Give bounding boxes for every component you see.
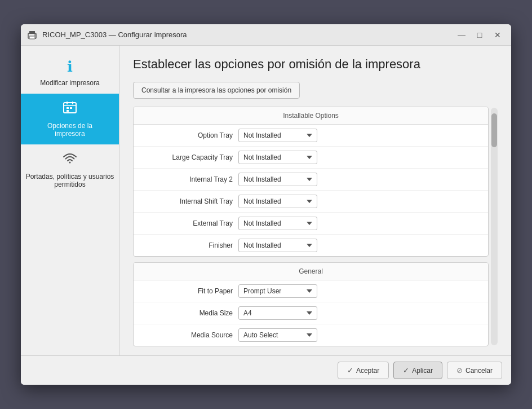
fit-to-paper-label: Fit to Paper bbox=[143, 287, 233, 295]
consult-button[interactable]: Consultar a la impresora las opciones po… bbox=[133, 82, 300, 99]
media-source-select[interactable]: Auto Select Tray 1 Tray 2 Manual bbox=[238, 328, 317, 342]
media-size-label: Media Size bbox=[143, 309, 233, 317]
apply-label: Aplicar bbox=[412, 367, 433, 375]
large-capacity-tray-select[interactable]: Not Installed Installed bbox=[238, 151, 317, 164]
installable-options-title: Installable Options bbox=[134, 107, 488, 125]
minimize-button[interactable]: — bbox=[454, 28, 469, 42]
svg-point-3 bbox=[34, 34, 36, 36]
apply-check-icon: ✓ bbox=[403, 366, 409, 375]
finisher-select[interactable]: Not Installed Installed bbox=[238, 239, 317, 252]
field-row-external-tray: External Tray Not Installed Installed bbox=[134, 213, 488, 235]
finisher-label: Finisher bbox=[143, 241, 233, 249]
svg-rect-9 bbox=[70, 107, 72, 109]
info-icon: ℹ bbox=[67, 58, 73, 76]
installable-options-section: Installable Options Option Tray Not Inst… bbox=[133, 107, 489, 257]
svg-rect-8 bbox=[66, 107, 69, 109]
printer-icon bbox=[26, 29, 38, 41]
maximize-button[interactable]: □ bbox=[472, 28, 487, 42]
field-row-finisher: Finisher Not Installed Installed bbox=[134, 235, 488, 256]
cancel-icon: ⊘ bbox=[456, 366, 463, 375]
content-area: ℹ Modificar impresora Opciones d bbox=[21, 46, 511, 355]
titlebar-controls: — □ ✕ bbox=[454, 28, 506, 42]
external-tray-select[interactable]: Not Installed Installed bbox=[238, 217, 317, 230]
general-section: General Fit to Paper Prompt User Yes No bbox=[133, 262, 489, 346]
internal-tray-2-select[interactable]: Not Installed Installed bbox=[238, 173, 317, 186]
sidebar: ℹ Modificar impresora Opciones d bbox=[21, 46, 119, 355]
cancel-button[interactable]: ⊘ Cancelar bbox=[447, 362, 502, 379]
titlebar-title: RICOH_MP_C3003 — Configurar impresora bbox=[42, 30, 187, 39]
wifi-icon bbox=[63, 151, 77, 169]
titlebar-left: RICOH_MP_C3003 — Configurar impresora bbox=[26, 29, 187, 41]
external-tray-label: External Tray bbox=[143, 219, 233, 227]
svg-rect-1 bbox=[29, 31, 35, 34]
internal-shift-tray-select[interactable]: Not Installed Installed bbox=[238, 195, 317, 208]
scrollbar-track[interactable] bbox=[491, 108, 498, 345]
accept-check-icon: ✓ bbox=[347, 366, 353, 375]
page-title: Establecer las opciones por omisión de l… bbox=[133, 57, 498, 72]
svg-rect-2 bbox=[29, 36, 35, 39]
internal-tray-2-label: Internal Tray 2 bbox=[143, 175, 233, 183]
field-row-media-size: Media Size A4 A3 Letter Legal bbox=[134, 302, 488, 324]
field-row-option-tray: Option Tray Not Installed Installed bbox=[134, 125, 488, 147]
fit-to-paper-select[interactable]: Prompt User Yes No bbox=[238, 284, 317, 298]
general-title: General bbox=[134, 263, 488, 280]
option-tray-select[interactable]: Not Installed Installed bbox=[238, 129, 317, 142]
field-row-large-capacity-tray: Large Capacity Tray Not Installed Instal… bbox=[134, 147, 488, 169]
sidebar-item-modificar[interactable]: ℹ Modificar impresora bbox=[21, 51, 119, 94]
scrollbar-thumb[interactable] bbox=[491, 113, 497, 147]
field-row-fit-to-paper: Fit to Paper Prompt User Yes No bbox=[134, 280, 488, 302]
large-capacity-tray-label: Large Capacity Tray bbox=[143, 153, 233, 161]
titlebar: RICOH_MP_C3003 — Configurar impresora — … bbox=[21, 24, 511, 46]
media-size-select[interactable]: A4 A3 Letter Legal bbox=[238, 306, 317, 320]
svg-rect-10 bbox=[66, 110, 69, 112]
accept-button[interactable]: ✓ Aceptar bbox=[338, 362, 389, 379]
field-row-media-source: Media Source Auto Select Tray 1 Tray 2 M… bbox=[134, 324, 488, 346]
accept-label: Aceptar bbox=[356, 367, 379, 375]
cancel-label: Cancelar bbox=[466, 367, 493, 375]
main-panel: Establecer las opciones por omisión de l… bbox=[119, 46, 511, 355]
footer: ✓ Aceptar ✓ Aplicar ⊘ Cancelar bbox=[21, 355, 511, 385]
option-tray-label: Option Tray bbox=[143, 131, 233, 139]
field-row-internal-shift-tray: Internal Shift Tray Not Installed Instal… bbox=[134, 191, 488, 213]
sidebar-label-modificar: Modificar impresora bbox=[40, 79, 99, 87]
internal-shift-tray-label: Internal Shift Tray bbox=[143, 197, 233, 205]
sidebar-item-portadas[interactable]: Portadas, políticas y usuarios permitido… bbox=[21, 144, 119, 195]
media-source-label: Media Source bbox=[143, 331, 233, 339]
apply-button[interactable]: ✓ Aplicar bbox=[393, 362, 442, 379]
calendar-icon bbox=[63, 100, 77, 118]
sections-container: Installable Options Option Tray Not Inst… bbox=[133, 107, 491, 346]
sidebar-label-portadas: Portadas, políticas y usuarios permitido… bbox=[25, 173, 114, 188]
close-button[interactable]: ✕ bbox=[490, 28, 506, 42]
sidebar-item-opciones[interactable]: Opciones de laimpresora bbox=[21, 94, 119, 144]
sidebar-label-opciones: Opciones de laimpresora bbox=[47, 122, 92, 138]
main-window: RICOH_MP_C3003 — Configurar impresora — … bbox=[21, 24, 511, 385]
field-row-internal-tray-2: Internal Tray 2 Not Installed Installed bbox=[134, 169, 488, 191]
